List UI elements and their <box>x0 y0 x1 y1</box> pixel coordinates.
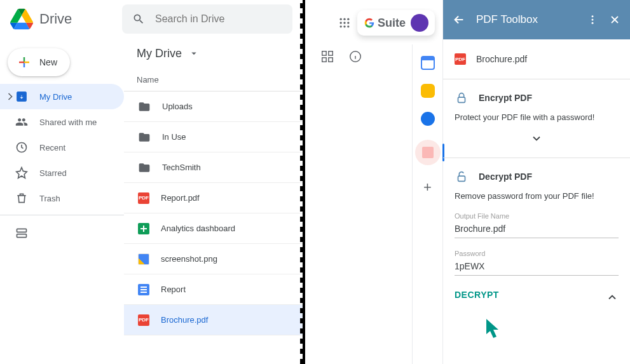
svg-rect-1 <box>17 229 27 232</box>
svg-point-9 <box>339 25 341 27</box>
svg-rect-12 <box>322 51 326 55</box>
drive-title: Drive <box>39 11 72 27</box>
svg-rect-15 <box>329 58 332 62</box>
pdf-icon: PDF <box>455 53 466 65</box>
toolbox-title: PDF Toolbox <box>476 13 577 26</box>
file-name: Analytics dashboard <box>161 224 235 233</box>
search-input[interactable] <box>155 13 282 25</box>
file-name: Report <box>161 285 186 294</box>
svg-point-3 <box>339 18 341 20</box>
folder-icon <box>138 161 151 174</box>
tasks-app-icon[interactable] <box>421 112 435 126</box>
close-icon[interactable] <box>608 13 621 26</box>
file-row[interactable]: In Use <box>124 122 303 152</box>
svg-point-6 <box>339 22 341 24</box>
nav-label: My Drive <box>39 92 72 102</box>
breadcrumb-current[interactable]: My Drive <box>137 47 182 60</box>
svg-rect-2 <box>17 234 27 238</box>
breadcrumb-dropdown-icon[interactable] <box>188 48 200 59</box>
output-filename-input[interactable]: Brochure.pdf <box>455 220 619 238</box>
encrypt-desc: Protect your PDF file with a password! <box>455 112 619 122</box>
drive-sidebar: New My DriveShared with meRecentStarredT… <box>0 38 124 364</box>
decrypt-button[interactable]: DECRYPT <box>455 290 619 300</box>
column-name-header[interactable]: Name <box>124 69 303 91</box>
encrypt-section[interactable]: Encrypt PDF Protect your PDF file with a… <box>443 79 630 158</box>
selected-file-row: PDF Brochure.pdf <box>443 39 630 79</box>
nav-label: Recent <box>39 143 65 152</box>
svg-point-21 <box>592 22 594 24</box>
svg-rect-13 <box>329 51 332 55</box>
encrypt-title: Encrypt PDF <box>479 93 532 103</box>
nav-label: Trash <box>39 194 60 203</box>
expand-encrypt-icon[interactable] <box>455 132 619 145</box>
sheets-icon <box>138 223 149 234</box>
info-icon[interactable] <box>348 50 362 64</box>
pdf-toolbox-panel: PDF Toolbox PDF Brochure.pdf Encrypt PDF… <box>442 0 630 364</box>
file-name: Report.pdf <box>161 193 200 203</box>
gsuite-badge[interactable]: Suite <box>357 10 435 36</box>
keep-app-icon[interactable] <box>421 84 435 98</box>
password-input[interactable]: 1pEWX <box>455 257 619 276</box>
svg-point-11 <box>347 25 349 27</box>
svg-point-10 <box>343 25 345 27</box>
my-drive-icon <box>15 90 28 103</box>
unlock-icon <box>455 170 469 184</box>
back-icon[interactable] <box>452 13 466 27</box>
decrypt-section: Decrypt PDF Remove password from your PD… <box>443 158 630 313</box>
search-bar[interactable] <box>122 4 292 34</box>
drive-secondary-area: Suite + <box>305 0 442 364</box>
grid-view-icon[interactable] <box>320 50 334 64</box>
plus-icon <box>17 55 32 70</box>
svg-point-4 <box>343 18 345 20</box>
trash-icon <box>15 192 28 205</box>
drive-icon <box>10 8 33 30</box>
nav-item-shared[interactable]: Shared with me <box>0 109 124 135</box>
pdf-icon: PDF <box>138 314 149 326</box>
file-list: UploadsIn UseTechSmithPDFReport.pdfAnaly… <box>124 91 303 364</box>
svg-rect-23 <box>458 176 465 181</box>
file-name: In Use <box>162 132 186 142</box>
file-row[interactable]: TechSmith <box>124 152 303 183</box>
image-icon <box>138 253 149 265</box>
new-button[interactable]: New <box>8 48 70 76</box>
output-filename-label: Output File Name <box>455 212 619 220</box>
pdf-toolbox-app-icon[interactable] <box>415 140 441 165</box>
new-label: New <box>39 57 57 67</box>
svg-point-5 <box>347 18 349 20</box>
svg-point-8 <box>347 22 349 24</box>
file-row[interactable]: Analytics dashboard <box>124 213 303 244</box>
file-name: TechSmith <box>162 163 201 172</box>
collapse-decrypt-icon[interactable] <box>606 291 619 304</box>
file-row[interactable]: screenshot.png <box>124 244 303 274</box>
chevron-right-icon <box>4 90 17 103</box>
svg-point-19 <box>592 15 594 17</box>
publisher-avatar <box>411 14 428 32</box>
password-label: Password <box>455 250 619 257</box>
nav-item-my-drive[interactable]: My Drive <box>0 84 124 109</box>
drive-window: Drive New My DriveShared with meRecentSt… <box>0 0 305 364</box>
file-name: screenshot.png <box>161 254 217 264</box>
file-name: Uploads <box>162 102 193 111</box>
apps-grid-icon[interactable] <box>338 17 351 29</box>
storage-quota-icon[interactable] <box>0 219 124 250</box>
nav-item-trash[interactable]: Trash <box>0 185 124 211</box>
decrypt-desc: Remove password from your PDF file! <box>455 191 619 201</box>
add-app-icon[interactable]: + <box>423 179 432 196</box>
file-row[interactable]: PDFBrochure.pdf <box>124 305 303 335</box>
lock-icon <box>455 91 469 105</box>
drive-main: My Drive Name UploadsIn UseTechSmithPDFR… <box>124 38 303 364</box>
svg-point-20 <box>592 19 594 21</box>
file-row[interactable]: Report <box>124 274 303 305</box>
google-g-icon <box>364 17 375 29</box>
more-icon[interactable] <box>587 14 598 25</box>
nav-item-recent[interactable]: Recent <box>0 135 124 160</box>
calendar-app-icon[interactable] <box>421 56 435 70</box>
file-row[interactable]: PDFReport.pdf <box>124 183 303 213</box>
svg-point-7 <box>343 22 345 24</box>
file-name: Brochure.pdf <box>161 315 208 325</box>
nav-item-starred[interactable]: Starred <box>0 160 124 185</box>
folder-icon <box>138 131 151 144</box>
toolbox-header: PDF Toolbox <box>443 0 630 39</box>
file-row[interactable]: Uploads <box>124 91 303 122</box>
drive-logo[interactable]: Drive <box>10 8 116 30</box>
